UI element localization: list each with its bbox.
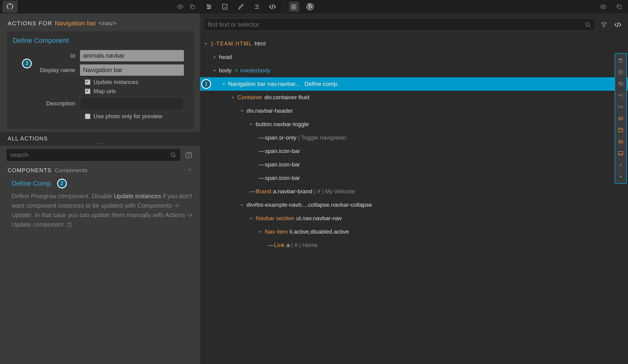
svg-point-21 bbox=[602, 6, 604, 8]
svg-point-6 bbox=[210, 6, 211, 7]
copy-right-icon[interactable] bbox=[614, 2, 624, 12]
code-toggle-icon[interactable] bbox=[613, 20, 623, 30]
svg-rect-46 bbox=[619, 141, 622, 142]
annotation-badge-2: 2 bbox=[57, 179, 67, 188]
components-section-header[interactable]: COMPONENTS Components bbox=[0, 164, 200, 176]
define-component-title[interactable]: Define Component bbox=[13, 37, 187, 45]
wordpress-icon[interactable] bbox=[305, 2, 315, 12]
search-icon bbox=[170, 152, 177, 158]
puzzle-icon[interactable] bbox=[2, 1, 18, 13]
dom-tree: 1-TEAM.HTML html head body ✎ masterbody … bbox=[200, 36, 628, 364]
svg-point-29 bbox=[586, 22, 590, 26]
svg-rect-40 bbox=[619, 118, 623, 119]
actions-panel: ACTIONS FOR Navigation bar <nav> 3 Defin… bbox=[0, 13, 200, 364]
svg-point-23 bbox=[171, 153, 175, 156]
chevron-right-icon[interactable] bbox=[616, 159, 626, 170]
chevron-down-icon[interactable] bbox=[616, 171, 626, 182]
actions-search-input[interactable] bbox=[10, 151, 170, 158]
layout-mid-icon[interactable] bbox=[616, 136, 626, 147]
svg-rect-1 bbox=[192, 6, 195, 9]
target-name: Navigation bar bbox=[55, 20, 96, 27]
update-instances-label: Update instances bbox=[93, 79, 138, 86]
vertical-toolbar bbox=[615, 53, 627, 184]
update-instances-checkbox[interactable] bbox=[85, 79, 90, 85]
all-actions-header[interactable]: ALL ACTIONS •••••••• bbox=[0, 132, 200, 146]
svg-text:.c: .c bbox=[224, 6, 226, 9]
drag-handle[interactable]: •••••••• bbox=[94, 142, 105, 145]
layout-top-icon[interactable] bbox=[616, 125, 626, 136]
map-urls-label: Map urls bbox=[93, 88, 116, 95]
define-comp-link[interactable]: Define Comp. bbox=[12, 180, 53, 187]
tree-row-navheader[interactable]: div.navbar-header bbox=[200, 104, 628, 118]
define-comp-description: Define Pinegrow component. Disable Updat… bbox=[0, 190, 200, 235]
description-label: Description bbox=[13, 100, 80, 107]
layout-bottom-icon[interactable] bbox=[616, 148, 626, 159]
svg-point-5 bbox=[207, 5, 209, 6]
actions-search-box[interactable] bbox=[6, 149, 181, 161]
tree-row-toggle[interactable]: button.navbar-toggle bbox=[200, 118, 628, 131]
help-inline-icon[interactable] bbox=[67, 222, 72, 228]
tree-row-brand[interactable]: — Brand a.navbar-brand | # | My Website bbox=[200, 185, 628, 198]
sliders-icon[interactable] bbox=[204, 2, 214, 12]
use-photo-label: Use photo only for preview bbox=[93, 113, 162, 120]
display-name-input[interactable] bbox=[80, 64, 184, 76]
id-input[interactable] bbox=[80, 50, 184, 61]
brush-icon[interactable] bbox=[236, 2, 246, 12]
tree-row-selected[interactable]: Navigation bar nav.navbar... Define comp… bbox=[200, 77, 628, 91]
top-toolbar: .c bbox=[0, 0, 628, 13]
svg-rect-47 bbox=[619, 151, 623, 155]
map-urls-checkbox[interactable] bbox=[85, 89, 90, 94]
pencil-icon[interactable]: ✎ bbox=[235, 68, 238, 73]
id-label: Id bbox=[13, 53, 80, 59]
tree-row-body[interactable]: body ✎ masterbody bbox=[200, 64, 628, 77]
tree-row-collapse[interactable]: div#bs-example-navb....collapse.navbar-c… bbox=[200, 198, 628, 212]
tree-row-iconbar[interactable]: —span.icon-bar bbox=[200, 144, 628, 158]
tree-search-box[interactable] bbox=[204, 18, 595, 31]
code-icon[interactable] bbox=[267, 2, 278, 12]
eye-right-icon[interactable] bbox=[598, 2, 608, 12]
description-input[interactable] bbox=[80, 97, 184, 110]
tree-row-iconbar[interactable]: —span.icon-bar bbox=[200, 171, 628, 185]
svg-point-0 bbox=[179, 6, 181, 8]
help-icon[interactable] bbox=[184, 150, 194, 160]
actions-header: ACTIONS FOR Navigation bar <nav> bbox=[0, 13, 200, 31]
svg-rect-22 bbox=[618, 6, 621, 9]
filter-icon[interactable] bbox=[599, 20, 609, 30]
copy-icon[interactable] bbox=[187, 2, 198, 12]
css-file-icon[interactable]: .c bbox=[220, 2, 230, 12]
svg-line-30 bbox=[589, 25, 590, 27]
tree-icon[interactable] bbox=[289, 2, 299, 12]
add-circle-icon[interactable] bbox=[616, 67, 626, 78]
target-tag: <nav> bbox=[99, 20, 116, 27]
define-component-panel: 3 Define Component Id Display name Updat… bbox=[7, 31, 193, 129]
svg-point-28 bbox=[69, 226, 70, 226]
svg-point-7 bbox=[208, 8, 209, 9]
actions-for-label: ACTIONS FOR bbox=[8, 20, 52, 27]
indent-right-icon[interactable] bbox=[616, 90, 626, 101]
tree-row-sronly[interactable]: — span.sr-only | Toggle navigation bbox=[200, 131, 628, 144]
tree-row-link[interactable]: — Link a | # | Home bbox=[200, 238, 628, 252]
svg-rect-43 bbox=[619, 128, 623, 132]
tree-search-input[interactable] bbox=[208, 21, 585, 28]
eye-off-icon[interactable] bbox=[616, 78, 626, 89]
annotation-badge-1: 1 bbox=[201, 79, 211, 89]
tree-row-file[interactable]: 1-TEAM.HTML html bbox=[200, 37, 628, 50]
use-photo-checkbox[interactable] bbox=[85, 114, 90, 119]
trash-icon[interactable] bbox=[616, 55, 626, 66]
display-name-label: Display name bbox=[13, 67, 80, 74]
indent-left-icon[interactable] bbox=[616, 101, 626, 112]
tree-row-iconbar[interactable]: —span.icon-bar bbox=[200, 158, 628, 171]
tree-row-head[interactable]: head bbox=[200, 50, 628, 64]
section-icon[interactable] bbox=[616, 113, 626, 124]
svg-point-26 bbox=[188, 156, 189, 157]
tree-row-navitem[interactable]: Nav item li.active,disabled.active bbox=[200, 225, 628, 238]
chevron-down-icon bbox=[187, 167, 192, 172]
list-icon[interactable] bbox=[251, 2, 262, 12]
svg-line-13 bbox=[272, 4, 273, 9]
eye-icon[interactable] bbox=[175, 2, 185, 12]
tree-panel: 1-TEAM.HTML html head body ✎ masterbody … bbox=[200, 13, 628, 364]
tree-row-container[interactable]: Container div.container-fluid bbox=[200, 91, 628, 104]
search-icon bbox=[585, 22, 591, 28]
annotation-badge-3: 3 bbox=[22, 59, 32, 68]
tree-row-navsection[interactable]: Navbar section ul.nav.navbar-nav bbox=[200, 212, 628, 225]
